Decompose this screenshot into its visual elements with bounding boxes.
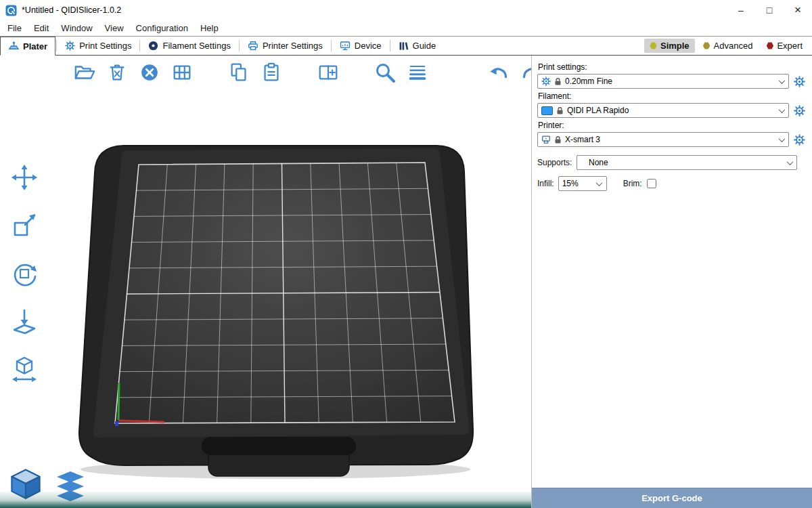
- paste-icon[interactable]: [258, 60, 284, 85]
- window-title: *Untitled - QIDISlicer-1.0.2: [22, 5, 121, 15]
- printer-combo[interactable]: X-smart 3: [537, 132, 789, 147]
- chevron-down-icon: [776, 104, 787, 117]
- tab-guide[interactable]: Guide: [391, 37, 444, 55]
- undo-icon[interactable]: [486, 60, 512, 85]
- tab-separator: [331, 40, 332, 51]
- menu-configuration[interactable]: Configuration: [130, 21, 194, 35]
- mode-simple[interactable]: Simple: [644, 39, 695, 53]
- copy-icon[interactable]: [226, 60, 252, 85]
- sidebar: Print settings: 0.20mm Fine Filament: QI…: [531, 56, 812, 508]
- open-icon[interactable]: [72, 60, 97, 85]
- mode-label: Expert: [777, 41, 803, 51]
- device-monitor-icon: [340, 41, 351, 51]
- menu-bar: File Edit Window View Configuration Help: [0, 20, 812, 36]
- simple-mode-icon: [650, 42, 657, 49]
- printer-icon: [541, 135, 551, 144]
- tab-label: Filament Settings: [162, 41, 230, 51]
- print-settings-gear-button[interactable]: [794, 76, 805, 87]
- tab-label: Guide: [413, 41, 436, 51]
- filament-value: QIDI PLA Rapido: [567, 106, 773, 115]
- title-bar: *Untitled - QIDISlicer-1.0.2 – □ ×: [0, 0, 812, 20]
- plater-icon: [8, 41, 19, 51]
- printer-value: X-smart 3: [565, 135, 773, 144]
- delete-icon[interactable]: [104, 60, 130, 85]
- mode-switcher: Simple Advanced Expert: [644, 37, 812, 55]
- 3d-viewport[interactable]: [0, 56, 531, 508]
- move-tool-icon[interactable]: [8, 161, 41, 194]
- tab-separator: [390, 40, 390, 51]
- mode-label: Simple: [660, 41, 690, 51]
- mode-expert[interactable]: Expert: [761, 39, 808, 53]
- menu-window[interactable]: Window: [55, 21, 98, 35]
- chevron-down-icon: [776, 75, 787, 88]
- app-logo-icon: [5, 5, 17, 16]
- advanced-mode-icon: [703, 42, 710, 49]
- menu-help[interactable]: Help: [194, 21, 225, 35]
- menu-view[interactable]: View: [99, 21, 130, 35]
- export-gcode-button[interactable]: Export G-code: [532, 488, 812, 508]
- tab-print-settings[interactable]: Print Settings: [58, 37, 139, 55]
- filament-color-swatch: [541, 106, 553, 115]
- filament-label: Filament:: [538, 91, 805, 101]
- tab-separator: [239, 40, 240, 51]
- gear-icon: [541, 77, 551, 86]
- chevron-down-icon: [784, 156, 795, 169]
- filament-combo[interactable]: QIDI PLA Rapido: [537, 103, 789, 118]
- guide-book-icon: [399, 41, 409, 51]
- place-on-face-tool-icon[interactable]: [8, 305, 41, 338]
- redo-icon[interactable]: [518, 60, 531, 85]
- print-settings-combo[interactable]: 0.20mm Fine: [537, 74, 789, 89]
- viewport-floor-gradient: [0, 490, 531, 508]
- maximize-button[interactable]: □: [755, 0, 784, 20]
- minimize-button[interactable]: –: [727, 0, 755, 20]
- plater-toolbar: [72, 60, 531, 85]
- menu-edit[interactable]: Edit: [28, 21, 55, 35]
- brim-checkbox[interactable]: [647, 179, 656, 188]
- tab-label: Printer Settings: [263, 41, 323, 51]
- variable-layer-height-icon[interactable]: [405, 60, 430, 85]
- supports-combo[interactable]: None: [577, 155, 797, 170]
- tab-separator: [56, 40, 57, 51]
- split-objects-icon[interactable]: [315, 60, 341, 85]
- printer-gear-button[interactable]: [794, 134, 805, 146]
- lock-icon: [556, 106, 564, 115]
- gear-icon: [65, 41, 75, 51]
- tab-filament-settings[interactable]: Filament Settings: [141, 37, 238, 55]
- window-controls: – □ ×: [727, 0, 812, 20]
- printer-label: Printer:: [538, 121, 805, 130]
- tab-plater[interactable]: Plater: [0, 37, 55, 56]
- tab-label: Device: [355, 41, 382, 51]
- mode-advanced[interactable]: Advanced: [698, 39, 759, 53]
- supports-value: None: [581, 158, 781, 167]
- brim-label: Brim:: [623, 179, 642, 188]
- chevron-down-icon: [776, 133, 787, 146]
- printer-icon: [248, 41, 258, 51]
- arrange-icon[interactable]: [169, 60, 195, 85]
- tab-label: Plater: [23, 41, 47, 51]
- mode-label: Advanced: [714, 41, 753, 51]
- measure-tool-icon[interactable]: [8, 354, 41, 386]
- close-button[interactable]: ×: [784, 0, 812, 20]
- expert-mode-icon: [766, 42, 773, 49]
- print-settings-value: 0.20mm Fine: [565, 77, 773, 86]
- supports-label: Supports:: [537, 158, 572, 167]
- print-settings-label: Print settings:: [538, 62, 805, 72]
- delete-all-icon[interactable]: [137, 60, 162, 85]
- tab-device[interactable]: Device: [332, 37, 389, 55]
- chevron-down-icon: [594, 177, 605, 190]
- infill-value: 15%: [562, 179, 591, 188]
- infill-combo[interactable]: 15%: [558, 176, 607, 191]
- tab-bar: Plater Print Settings Filament Settings …: [0, 36, 812, 56]
- search-icon[interactable]: [372, 60, 398, 85]
- tab-separator: [139, 40, 140, 51]
- filament-gear-button[interactable]: [794, 105, 805, 117]
- tab-label: Print Settings: [79, 41, 131, 51]
- rotate-tool-icon[interactable]: [8, 257, 41, 290]
- scale-tool-icon[interactable]: [8, 209, 41, 242]
- manipulation-toolbar: [8, 161, 41, 386]
- lock-icon: [554, 77, 562, 86]
- infill-label: Infill:: [537, 179, 554, 188]
- build-plate-render: [64, 140, 477, 482]
- tab-printer-settings[interactable]: Printer Settings: [240, 37, 330, 55]
- menu-file[interactable]: File: [1, 21, 28, 35]
